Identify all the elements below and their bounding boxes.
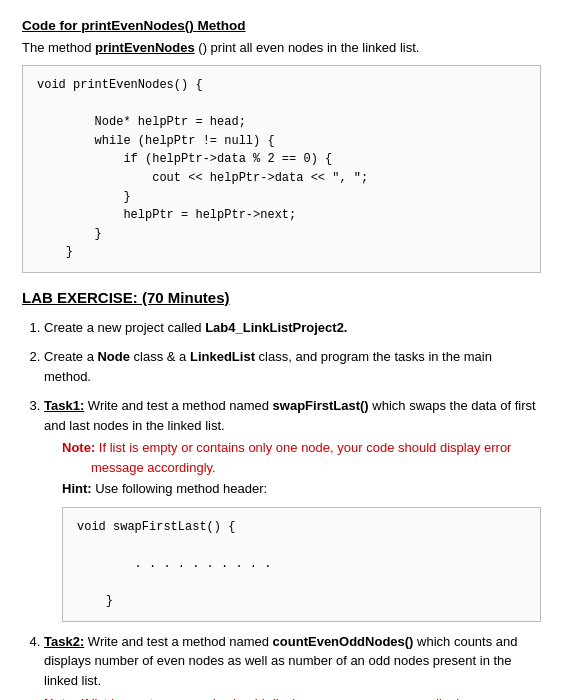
item3-method: swapFirstLast() <box>273 398 369 413</box>
item2-before: Create a <box>44 349 97 364</box>
item3-note-label: Note: <box>62 440 95 455</box>
intro-paragraph: The method printEvenNodes () print all e… <box>22 40 541 55</box>
item4-note-text: If list is empty, your code should displ… <box>77 696 468 700</box>
item3-note: Note: If list is empty or contains only … <box>62 438 541 477</box>
intro-after: () print all even nodes in the linked li… <box>195 40 420 55</box>
item4-note: Note: If list is empty, your code should… <box>44 694 541 700</box>
lab-list: Create a new project called Lab4_LinkLis… <box>22 318 541 700</box>
item3-text-after: Write and test a method named <box>84 398 272 413</box>
lab-item-2: Create a Node class & a LinkedList class… <box>44 347 541 386</box>
item1-text: Create a new project called <box>44 320 205 335</box>
lab-item-3: Task1: Write and test a method named swa… <box>44 396 541 621</box>
intro-method: printEvenNodes <box>95 40 195 55</box>
item1-bold: Lab4_LinkListProject2. <box>205 320 347 335</box>
item2-bold2: LinkedList <box>190 349 255 364</box>
item4-task-label: Task2: <box>44 634 84 649</box>
item3-hint-label: Hint: <box>62 481 92 496</box>
item3-hint: Hint: Use following method header: <box>62 479 541 499</box>
item2-mid1: class & a <box>130 349 190 364</box>
section-title: Code for printEvenNodes() Method <box>22 18 541 33</box>
item2-bold1: Node <box>97 349 130 364</box>
item4-method: countEvenOddNodes() <box>273 634 414 649</box>
intro-before: The method <box>22 40 95 55</box>
code-block-swapfirstlast: void swapFirstLast() { . . . . . . . . .… <box>62 507 541 622</box>
lab-item-4: Task2: Write and test a method named cou… <box>44 632 541 700</box>
item4-text-after: Write and test a method named <box>84 634 272 649</box>
code-block-1: void printEvenNodes() { Node* helpPtr = … <box>22 65 541 273</box>
item4-note-label: Note: <box>44 696 77 700</box>
lab-title: LAB EXERCISE: (70 Minutes) <box>22 289 541 306</box>
item3-note-text: If list is empty or contains only one no… <box>62 440 511 475</box>
item3-hint-text: Use following method header: <box>92 481 268 496</box>
item3-task-label: Task1: <box>44 398 84 413</box>
lab-item-1: Create a new project called Lab4_LinkLis… <box>44 318 541 338</box>
